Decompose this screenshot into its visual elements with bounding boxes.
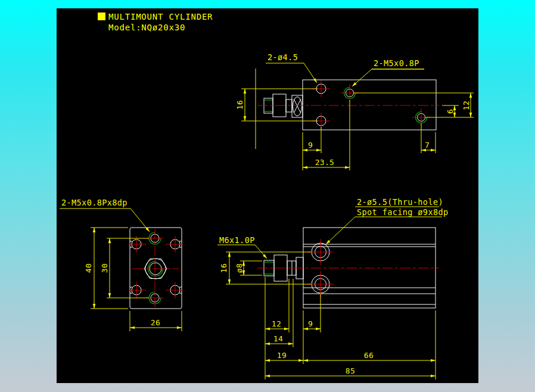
dim-label-26: 26	[151, 318, 160, 327]
drawing-model: Model:NQø20x30	[108, 23, 185, 32]
dim-label-6: 6	[446, 109, 455, 114]
dim-label-30: 30	[100, 263, 109, 273]
dim-label-12: 12	[462, 101, 471, 110]
callout-rod-thread: M6x1.0P	[219, 235, 255, 245]
dim-label-9: 9	[308, 141, 313, 150]
dim-label-19: 19	[277, 351, 287, 360]
dim-label-12: 12	[272, 319, 281, 328]
dim-label-9: 9	[308, 319, 313, 328]
dim-label-16: 16	[235, 100, 244, 110]
dim-label-14: 14	[273, 334, 283, 343]
dim-label-40: 40	[84, 263, 93, 273]
callout-thru-hole-line2: Spot facing ø9x8dp	[357, 207, 449, 217]
callout-m5-thread: 2-M5x0.8P	[374, 58, 419, 68]
drawing-title: MULTIMOUNT CYLINDER	[108, 12, 213, 21]
callout-m5-depth: 2-M5x0.8Px8dp	[61, 198, 127, 207]
dim-label-23-5: 23.5	[315, 158, 335, 167]
dim-label-85: 85	[346, 366, 355, 375]
dim-label-16: 16	[219, 263, 228, 273]
dim-label-66: 66	[364, 351, 374, 360]
title-marker-square	[98, 13, 105, 20]
cad-viewport[interactable]: MULTIMOUNT CYLINDER Model:NQø20x30	[0, 0, 535, 392]
callout-thru-hole-line1: 2-ø5.5(Thru-hole)	[357, 197, 443, 207]
dim-label-d8: ø8	[235, 263, 244, 273]
callout-hole-4-5: 2-ø4.5	[268, 52, 298, 62]
dim-label-7: 7	[425, 141, 430, 150]
